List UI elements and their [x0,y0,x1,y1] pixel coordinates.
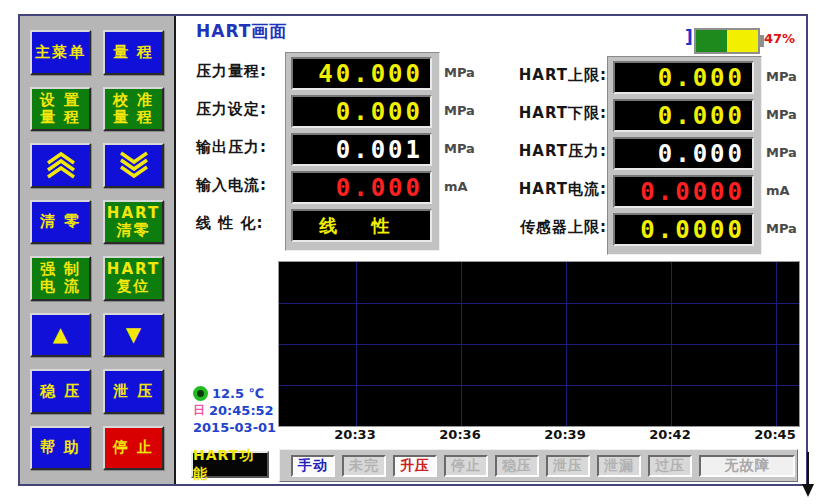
x-tick: 20:36 [439,427,480,442]
scroll-up-button[interactable] [30,143,91,188]
pressure-range-label: 压力量程: [196,62,267,81]
status-label: 未完 [349,457,379,475]
status-label: 无故障 [725,457,770,475]
pressure-setpoint-label: 压力设定: [196,100,267,119]
calendar-icon: 日 [193,402,205,419]
battery-level-yellow [727,30,758,52]
status-bar: 手动 未完 升压 停止 稳压 泄压 泄漏 过压 无故障 [279,449,798,482]
status-label: 停止 [451,457,481,475]
status-label: 手动 [298,457,328,475]
status-stopped[interactable]: 停止 [444,455,488,477]
stop-button[interactable]: 停 止 [103,426,164,471]
hart-pressure-label: HART压力: [495,142,607,161]
unit-ma: mA [766,183,790,198]
calibrate-range-button[interactable]: 校 准 量 程 [103,87,164,132]
decrease-button[interactable]: ▼ [103,313,164,358]
unit-mpa: MPa [444,141,475,156]
x-tick: 20:45 [754,427,795,442]
status-leak[interactable]: 泄漏 [597,455,641,477]
x-tick: 20:39 [544,427,585,442]
unit-mpa: MPa [444,65,475,80]
battery-percent: 47% [764,31,795,46]
scroll-down-button[interactable] [103,143,164,188]
sidebar-button-panel: 主菜单 量 程 设 置 量 程 校 准 量 程 清 零 HART 清零 强 制 … [20,16,176,484]
sensor-upper-limit-label: 传感器上限: [495,218,607,237]
set-range-button[interactable]: 设 置 量 程 [30,87,91,132]
zero-button[interactable]: 清 零 [30,200,91,245]
hart-current-label: HART电流: [495,180,607,199]
trend-chart [278,261,800,427]
linearization-display: 线 性 [291,209,432,242]
hart-upper-limit-label: HART上限: [495,66,607,85]
temperature-value: 12.5 ℃ [212,385,264,402]
increase-button[interactable]: ▲ [30,313,91,358]
time-value: 20:45:52 [209,402,274,419]
release-pressure-button[interactable]: 泄 压 [103,369,164,414]
range-button[interactable]: 量 程 [103,30,164,75]
x-tick: 20:42 [649,427,690,442]
unit-mpa: MPa [766,107,797,122]
hart-reset-button[interactable]: HART 复位 [103,256,164,301]
triangle-down-icon: ▼ [126,323,141,346]
unit-mpa: MPa [766,145,797,160]
status-releasing[interactable]: 泄压 [546,455,590,477]
battery-bracket: ] [685,27,693,47]
status-overpressure[interactable]: 过压 [648,455,692,477]
hart-lower-limit-label: HART下限: [495,104,607,123]
hart-pressure-display: 0.000 [613,137,754,170]
status-unfinished[interactable]: 未完 [342,455,386,477]
status-label: 泄漏 [604,457,634,475]
unit-mpa: MPa [444,103,475,118]
trend-chart-grid [279,262,799,426]
page-title: HART画面 [196,20,287,43]
status-no-fault[interactable]: 无故障 [699,455,795,477]
hart-current-display: 0.0000 [613,175,754,208]
hart-function-button[interactable]: HART功能 [191,451,269,478]
status-stabilizing[interactable]: 稳压 [495,455,539,477]
triangle-up-icon: ▲ [53,323,68,346]
unit-ma: mA [444,179,468,194]
hart-upper-limit-display: 0.000 [613,61,754,94]
x-tick: 20:33 [334,427,375,442]
sensor-upper-limit-display: 0.0000 [613,213,754,246]
linearization-label: 线 性 化: [196,214,263,233]
help-button[interactable]: 帮 助 [30,426,91,471]
pressure-setpoint-display: 0.000 [291,95,432,128]
status-label: 过压 [655,457,685,475]
status-label: 稳压 [502,457,532,475]
status-manual[interactable]: 手动 [291,455,335,477]
hart-zero-button[interactable]: HART 清零 [103,200,164,245]
output-pressure-label: 输出压力: [196,138,267,157]
pressure-range-display: 40.000 [291,57,432,90]
date-value: 2015-03-01 [193,419,276,436]
cursor-down-arrow-icon [799,450,817,504]
output-pressure-display: 0.001 [291,133,432,166]
status-pressurizing[interactable]: 升压 [393,455,437,477]
battery-icon [694,28,760,54]
temperature-icon [193,386,208,401]
datetime-info: 12.5 ℃ 日 20:45:52 2015-03-01 [193,385,276,436]
force-current-button[interactable]: 强 制 电 流 [30,256,91,301]
status-label: 泄压 [553,457,583,475]
main-menu-button[interactable]: 主菜单 [30,30,91,75]
status-label: 升压 [400,457,430,475]
input-current-display: 0.000 [291,171,432,204]
triple-chevron-up-icon [41,150,81,180]
stabilize-pressure-button[interactable]: 稳 压 [30,369,91,414]
unit-mpa: MPa [766,221,797,236]
input-current-label: 输入电流: [196,176,267,195]
triple-chevron-down-icon [114,150,154,180]
hart-lower-limit-display: 0.000 [613,99,754,132]
unit-mpa: MPa [766,69,797,84]
battery-level-green [696,30,727,52]
